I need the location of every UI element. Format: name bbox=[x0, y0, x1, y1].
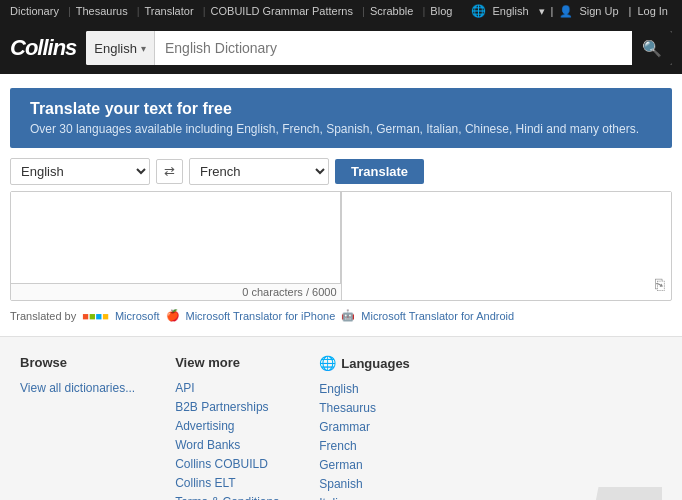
b2b-link[interactable]: B2B Partnerships bbox=[175, 400, 268, 414]
signup-link[interactable]: Sign Up bbox=[579, 5, 618, 17]
top-nav-links: Dictionary | Thesaurus | Translator | CO… bbox=[10, 5, 456, 17]
list-item: Thesaurus bbox=[319, 400, 410, 415]
api-link[interactable]: API bbox=[175, 381, 194, 395]
top-nav-right: 🌐 English ▾ | 👤 Sign Up | Log In bbox=[471, 4, 672, 18]
translator-footer: Translated by ■■■■ Microsoft 🍎 Microsoft… bbox=[10, 309, 672, 322]
footer-browse: Browse View all dictionaries... View mor… bbox=[0, 336, 682, 500]
nav-cobuild[interactable]: COBUILD Grammar Patterns bbox=[211, 5, 353, 17]
word-banks-link[interactable]: Word Banks bbox=[175, 438, 240, 452]
nav-dictionary[interactable]: Dictionary bbox=[10, 5, 59, 17]
list-item: Advertising bbox=[175, 418, 279, 433]
android-icon: 🤖 bbox=[341, 309, 355, 322]
view-more-list: API B2B Partnerships Advertising Word Ba… bbox=[175, 380, 279, 500]
list-item: French bbox=[319, 438, 410, 453]
decorative-z: Z bbox=[572, 459, 662, 500]
lang-german[interactable]: German bbox=[319, 458, 362, 472]
search-button[interactable]: 🔍 bbox=[632, 31, 672, 65]
search-icon: 🔍 bbox=[642, 39, 662, 58]
lang-grammar[interactable]: Grammar bbox=[319, 420, 370, 434]
source-language-select[interactable]: English bbox=[10, 158, 150, 185]
login-link[interactable]: Log In bbox=[637, 5, 668, 17]
list-item: Grammar bbox=[319, 419, 410, 434]
header-bar: Collins English ▾ 🔍 bbox=[0, 22, 682, 74]
elt-link[interactable]: Collins ELT bbox=[175, 476, 235, 490]
microsoft-link[interactable]: Microsoft bbox=[115, 310, 160, 322]
nav-blog[interactable]: Blog bbox=[430, 5, 452, 17]
source-text-input[interactable] bbox=[11, 192, 341, 283]
list-item: German bbox=[319, 457, 410, 472]
translator-area: English ⇄ French Translate 0 characters … bbox=[10, 158, 672, 322]
lang-french[interactable]: French bbox=[319, 439, 356, 453]
target-text-output bbox=[342, 192, 672, 282]
header-lang-selector[interactable]: English ▾ bbox=[86, 31, 155, 65]
lang-thesaurus[interactable]: Thesaurus bbox=[319, 401, 376, 415]
list-item: Terms & Conditions bbox=[175, 494, 279, 500]
caret-icon: ▾ bbox=[141, 43, 146, 54]
globe-icon: 🌐 bbox=[471, 4, 486, 18]
logo: Collins bbox=[10, 35, 76, 61]
translate-button[interactable]: Translate bbox=[335, 159, 424, 184]
browse-title: Browse bbox=[20, 355, 135, 370]
view-all-dictionaries-link[interactable]: View all dictionaries... bbox=[20, 381, 135, 395]
nav-translator[interactable]: Translator bbox=[144, 5, 193, 17]
list-item: Collins COBUILD bbox=[175, 456, 279, 471]
list-item: Spanish bbox=[319, 476, 410, 491]
banner-subtitle: Over 30 languages available including En… bbox=[30, 122, 652, 136]
signin-icon: 👤 bbox=[559, 5, 573, 18]
lang-italian[interactable]: Italian bbox=[319, 496, 351, 500]
apple-icon: 🍎 bbox=[166, 309, 180, 322]
header-lang-label: English bbox=[94, 41, 137, 56]
swap-languages-button[interactable]: ⇄ bbox=[156, 159, 183, 184]
list-item: Word Banks bbox=[175, 437, 279, 452]
browse-col: Browse View all dictionaries... bbox=[20, 355, 135, 500]
android-translator-link[interactable]: Microsoft Translator for Android bbox=[361, 310, 514, 322]
top-nav: Dictionary | Thesaurus | Translator | CO… bbox=[0, 0, 682, 22]
view-more-col: View more API B2B Partnerships Advertisi… bbox=[175, 355, 279, 500]
text-panels: 0 characters / 6000 ⎘ bbox=[10, 191, 672, 301]
iphone-translator-link[interactable]: Microsoft Translator for iPhone bbox=[186, 310, 336, 322]
globe-icon-footer: 🌐 bbox=[319, 355, 336, 371]
banner-title: Translate your text for free bbox=[30, 100, 652, 118]
list-item: API bbox=[175, 380, 279, 395]
search-input[interactable] bbox=[155, 31, 632, 65]
terms-link[interactable]: Terms & Conditions bbox=[175, 495, 279, 500]
search-container: English ▾ 🔍 bbox=[86, 31, 672, 65]
languages-col: 🌐 Languages English Thesaurus Grammar Fr… bbox=[319, 355, 410, 500]
char-count: 0 characters / 6000 bbox=[11, 283, 341, 300]
footer-decorative: Z bbox=[450, 355, 662, 500]
translated-by-label: Translated by bbox=[10, 310, 76, 322]
nav-scrabble[interactable]: Scrabble bbox=[370, 5, 413, 17]
advertising-link[interactable]: Advertising bbox=[175, 419, 234, 433]
languages-title: 🌐 Languages bbox=[319, 355, 410, 371]
languages-list: English Thesaurus Grammar French German … bbox=[319, 381, 410, 500]
list-item: English bbox=[319, 381, 410, 396]
language-row: English ⇄ French Translate bbox=[10, 158, 672, 185]
target-language-select[interactable]: French bbox=[189, 158, 329, 185]
lang-spanish[interactable]: Spanish bbox=[319, 477, 362, 491]
microsoft-logo: ■■■■ bbox=[82, 310, 109, 322]
nav-thesaurus[interactable]: Thesaurus bbox=[76, 5, 128, 17]
list-item: Italian bbox=[319, 495, 410, 500]
cobuild-link[interactable]: Collins COBUILD bbox=[175, 457, 268, 471]
view-more-title: View more bbox=[175, 355, 279, 370]
lang-english[interactable]: English bbox=[319, 382, 358, 396]
list-item: B2B Partnerships bbox=[175, 399, 279, 414]
copy-icon[interactable]: ⎘ bbox=[655, 276, 665, 294]
language-selector-top[interactable]: English bbox=[492, 5, 528, 17]
translator-banner: Translate your text for free Over 30 lan… bbox=[10, 88, 672, 148]
list-item: Collins ELT bbox=[175, 475, 279, 490]
